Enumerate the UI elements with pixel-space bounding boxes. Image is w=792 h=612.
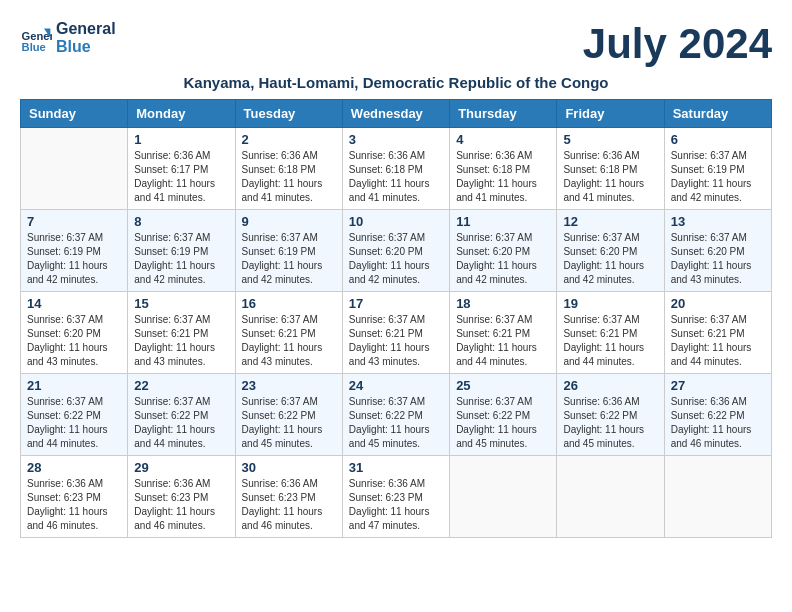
- day-info: Sunrise: 6:37 AMSunset: 6:21 PMDaylight:…: [349, 313, 443, 369]
- calendar-day-cell: 28Sunrise: 6:36 AMSunset: 6:23 PMDayligh…: [21, 456, 128, 538]
- weekday-header: Sunday: [21, 100, 128, 128]
- logo-text-blue: Blue: [56, 38, 116, 56]
- calendar-day-cell: 5Sunrise: 6:36 AMSunset: 6:18 PMDaylight…: [557, 128, 664, 210]
- calendar-week-row: 21Sunrise: 6:37 AMSunset: 6:22 PMDayligh…: [21, 374, 772, 456]
- weekday-header: Tuesday: [235, 100, 342, 128]
- calendar-day-cell: 2Sunrise: 6:36 AMSunset: 6:18 PMDaylight…: [235, 128, 342, 210]
- calendar-day-cell: 7Sunrise: 6:37 AMSunset: 6:19 PMDaylight…: [21, 210, 128, 292]
- calendar-day-cell: [664, 456, 771, 538]
- day-info: Sunrise: 6:37 AMSunset: 6:22 PMDaylight:…: [27, 395, 121, 451]
- day-info: Sunrise: 6:37 AMSunset: 6:22 PMDaylight:…: [242, 395, 336, 451]
- calendar-day-cell: 16Sunrise: 6:37 AMSunset: 6:21 PMDayligh…: [235, 292, 342, 374]
- weekday-header: Saturday: [664, 100, 771, 128]
- day-number: 24: [349, 378, 443, 393]
- calendar-subtitle: Kanyama, Haut-Lomami, Democratic Republi…: [20, 74, 772, 91]
- calendar-day-cell: 31Sunrise: 6:36 AMSunset: 6:23 PMDayligh…: [342, 456, 449, 538]
- day-info: Sunrise: 6:36 AMSunset: 6:23 PMDaylight:…: [349, 477, 443, 533]
- calendar-header-row: SundayMondayTuesdayWednesdayThursdayFrid…: [21, 100, 772, 128]
- day-info: Sunrise: 6:37 AMSunset: 6:19 PMDaylight:…: [671, 149, 765, 205]
- logo-text-general: General: [56, 20, 116, 38]
- day-number: 31: [349, 460, 443, 475]
- logo: General Blue General Blue: [20, 20, 116, 55]
- calendar-day-cell: 27Sunrise: 6:36 AMSunset: 6:22 PMDayligh…: [664, 374, 771, 456]
- calendar-day-cell: 13Sunrise: 6:37 AMSunset: 6:20 PMDayligh…: [664, 210, 771, 292]
- calendar-day-cell: 22Sunrise: 6:37 AMSunset: 6:22 PMDayligh…: [128, 374, 235, 456]
- calendar-day-cell: 20Sunrise: 6:37 AMSunset: 6:21 PMDayligh…: [664, 292, 771, 374]
- calendar-day-cell: [21, 128, 128, 210]
- day-number: 25: [456, 378, 550, 393]
- day-info: Sunrise: 6:36 AMSunset: 6:18 PMDaylight:…: [242, 149, 336, 205]
- day-number: 27: [671, 378, 765, 393]
- day-number: 18: [456, 296, 550, 311]
- calendar-day-cell: 19Sunrise: 6:37 AMSunset: 6:21 PMDayligh…: [557, 292, 664, 374]
- svg-text:Blue: Blue: [22, 40, 46, 52]
- day-number: 13: [671, 214, 765, 229]
- calendar-day-cell: [557, 456, 664, 538]
- day-info: Sunrise: 6:37 AMSunset: 6:20 PMDaylight:…: [349, 231, 443, 287]
- day-info: Sunrise: 6:36 AMSunset: 6:22 PMDaylight:…: [563, 395, 657, 451]
- calendar-day-cell: 26Sunrise: 6:36 AMSunset: 6:22 PMDayligh…: [557, 374, 664, 456]
- logo-icon: General Blue: [20, 22, 52, 54]
- weekday-header: Wednesday: [342, 100, 449, 128]
- calendar-day-cell: 14Sunrise: 6:37 AMSunset: 6:20 PMDayligh…: [21, 292, 128, 374]
- calendar-day-cell: 1Sunrise: 6:36 AMSunset: 6:17 PMDaylight…: [128, 128, 235, 210]
- weekday-header: Friday: [557, 100, 664, 128]
- day-info: Sunrise: 6:37 AMSunset: 6:21 PMDaylight:…: [671, 313, 765, 369]
- day-number: 16: [242, 296, 336, 311]
- day-info: Sunrise: 6:37 AMSunset: 6:20 PMDaylight:…: [671, 231, 765, 287]
- calendar-day-cell: 25Sunrise: 6:37 AMSunset: 6:22 PMDayligh…: [450, 374, 557, 456]
- page-header: General Blue General Blue July 2024: [20, 20, 772, 68]
- calendar-day-cell: 18Sunrise: 6:37 AMSunset: 6:21 PMDayligh…: [450, 292, 557, 374]
- calendar-day-cell: 9Sunrise: 6:37 AMSunset: 6:19 PMDaylight…: [235, 210, 342, 292]
- calendar-day-cell: 17Sunrise: 6:37 AMSunset: 6:21 PMDayligh…: [342, 292, 449, 374]
- day-number: 4: [456, 132, 550, 147]
- day-number: 6: [671, 132, 765, 147]
- day-number: 11: [456, 214, 550, 229]
- day-number: 7: [27, 214, 121, 229]
- day-number: 3: [349, 132, 443, 147]
- day-number: 28: [27, 460, 121, 475]
- calendar-day-cell: 24Sunrise: 6:37 AMSunset: 6:22 PMDayligh…: [342, 374, 449, 456]
- calendar-week-row: 1Sunrise: 6:36 AMSunset: 6:17 PMDaylight…: [21, 128, 772, 210]
- day-info: Sunrise: 6:36 AMSunset: 6:23 PMDaylight:…: [27, 477, 121, 533]
- calendar-day-cell: 8Sunrise: 6:37 AMSunset: 6:19 PMDaylight…: [128, 210, 235, 292]
- day-info: Sunrise: 6:36 AMSunset: 6:22 PMDaylight:…: [671, 395, 765, 451]
- calendar-day-cell: 30Sunrise: 6:36 AMSunset: 6:23 PMDayligh…: [235, 456, 342, 538]
- day-info: Sunrise: 6:36 AMSunset: 6:23 PMDaylight:…: [242, 477, 336, 533]
- day-number: 8: [134, 214, 228, 229]
- day-number: 9: [242, 214, 336, 229]
- day-info: Sunrise: 6:37 AMSunset: 6:21 PMDaylight:…: [563, 313, 657, 369]
- day-info: Sunrise: 6:37 AMSunset: 6:20 PMDaylight:…: [563, 231, 657, 287]
- calendar-day-cell: 6Sunrise: 6:37 AMSunset: 6:19 PMDaylight…: [664, 128, 771, 210]
- day-number: 15: [134, 296, 228, 311]
- day-info: Sunrise: 6:37 AMSunset: 6:21 PMDaylight:…: [456, 313, 550, 369]
- day-number: 30: [242, 460, 336, 475]
- day-info: Sunrise: 6:36 AMSunset: 6:23 PMDaylight:…: [134, 477, 228, 533]
- calendar-table: SundayMondayTuesdayWednesdayThursdayFrid…: [20, 99, 772, 538]
- day-info: Sunrise: 6:36 AMSunset: 6:17 PMDaylight:…: [134, 149, 228, 205]
- calendar-week-row: 7Sunrise: 6:37 AMSunset: 6:19 PMDaylight…: [21, 210, 772, 292]
- day-number: 17: [349, 296, 443, 311]
- day-info: Sunrise: 6:36 AMSunset: 6:18 PMDaylight:…: [456, 149, 550, 205]
- calendar-day-cell: [450, 456, 557, 538]
- day-number: 2: [242, 132, 336, 147]
- calendar-day-cell: 15Sunrise: 6:37 AMSunset: 6:21 PMDayligh…: [128, 292, 235, 374]
- day-number: 22: [134, 378, 228, 393]
- day-number: 12: [563, 214, 657, 229]
- calendar-day-cell: 12Sunrise: 6:37 AMSunset: 6:20 PMDayligh…: [557, 210, 664, 292]
- calendar-day-cell: 29Sunrise: 6:36 AMSunset: 6:23 PMDayligh…: [128, 456, 235, 538]
- day-info: Sunrise: 6:37 AMSunset: 6:22 PMDaylight:…: [456, 395, 550, 451]
- calendar-day-cell: 4Sunrise: 6:36 AMSunset: 6:18 PMDaylight…: [450, 128, 557, 210]
- day-number: 1: [134, 132, 228, 147]
- day-number: 20: [671, 296, 765, 311]
- calendar-day-cell: 3Sunrise: 6:36 AMSunset: 6:18 PMDaylight…: [342, 128, 449, 210]
- day-info: Sunrise: 6:37 AMSunset: 6:22 PMDaylight:…: [349, 395, 443, 451]
- calendar-day-cell: 23Sunrise: 6:37 AMSunset: 6:22 PMDayligh…: [235, 374, 342, 456]
- day-info: Sunrise: 6:37 AMSunset: 6:20 PMDaylight:…: [27, 313, 121, 369]
- day-number: 26: [563, 378, 657, 393]
- day-info: Sunrise: 6:37 AMSunset: 6:19 PMDaylight:…: [134, 231, 228, 287]
- day-info: Sunrise: 6:37 AMSunset: 6:20 PMDaylight:…: [456, 231, 550, 287]
- day-info: Sunrise: 6:37 AMSunset: 6:21 PMDaylight:…: [134, 313, 228, 369]
- calendar-day-cell: 11Sunrise: 6:37 AMSunset: 6:20 PMDayligh…: [450, 210, 557, 292]
- day-number: 10: [349, 214, 443, 229]
